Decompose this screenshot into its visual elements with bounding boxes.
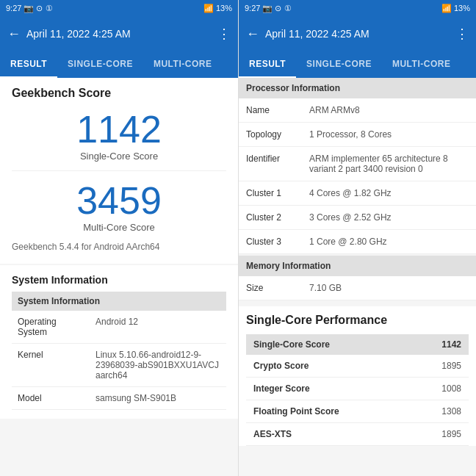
battery-right: 13% [454,4,470,12]
signal-left: 📶 [203,4,214,13]
proc-val: 4 Cores @ 1.82 GHz [305,181,476,205]
score-section: Geekbench Score 1142 Single-Core Score 3… [0,78,238,264]
system-info-title: System Information [12,274,226,286]
processor-rows: Name ARM ARMv8 Topology 1 Processor, 8 C… [239,98,476,254]
header-title-left: April 11, 2022 4:25 AM [26,28,131,40]
processor-info-section: Processor Information Name ARM ARMv8 Top… [239,78,476,254]
proc-val: ARM implementer 65 architecture 8 varian… [305,147,476,181]
system-table-header: System Information [12,292,226,311]
left-info-row: Kernel Linux 5.10.66-android12-9-2396803… [12,344,226,387]
processor-row: Cluster 3 1 Core @ 2.80 GHz [239,230,476,254]
perf-table-header: Single-Core Score 1142 [246,334,469,355]
processor-row: Topology 1 Processor, 8 Cores [239,123,476,147]
time-left: 9:27 [6,4,21,12]
perf-row: Crypto Score 1895 [246,355,469,378]
proc-key: Cluster 2 [239,206,305,229]
perf-header-val: 1142 [441,339,461,350]
geekbench-version: Geekbench 5.4.4 for Android AArch64 [12,242,226,252]
perf-rows: Single-Core Score 1142 Crypto Score 1895… [246,334,469,446]
proc-key: Cluster 1 [239,181,305,205]
tab-single-core-right[interactable]: SINGLE-CORE [296,51,382,78]
mem-key: Size [239,276,305,300]
info-val: Android 12 [93,311,226,343]
right-content: Processor Information Name ARM ARMv8 Top… [239,78,476,476]
proc-val: 3 Cores @ 2.52 GHz [305,206,476,229]
notification-icons-right: 📷 ⊙ ① [262,4,291,13]
perf-row: Integer Score 1008 [246,378,469,400]
perf-row-label: Floating Point Score [253,406,441,416]
score-divider [12,170,226,171]
tab-multi-core-right[interactable]: MULTI-CORE [382,51,461,78]
proc-key: Identifier [239,147,305,181]
more-button-left[interactable]: ⋮ [217,26,231,42]
more-button-right[interactable]: ⋮ [455,26,469,42]
perf-row-val: 1895 [441,361,461,371]
left-content: Geekbench Score 1142 Single-Core Score 3… [0,78,238,476]
tab-single-core-left[interactable]: SINGLE-CORE [57,51,143,78]
mem-val: 7.10 GB [305,276,476,300]
perf-section: Single-Core Performance Single-Core Scor… [239,306,476,446]
info-val: Linux 5.10.66-android12-9-23968039-abS90… [93,344,226,386]
left-info-row: Model samsung SM-S901B [12,387,226,410]
multi-core-label: Multi-Core Score [12,222,226,233]
time-right: 9:27 [245,4,260,12]
processor-row: Cluster 2 3 Cores @ 2.52 GHz [239,206,476,230]
right-panel: 9:27 📷 ⊙ ① 📶 13% ← April 11, 2022 4:25 A… [238,0,476,476]
info-key: Model [12,387,93,409]
system-info-rows: Operating System Android 12 Kernel Linux… [12,311,226,410]
info-key: Kernel [12,344,93,386]
geekbench-title: Geekbench Score [12,87,226,100]
info-key: Operating System [12,311,93,343]
status-icons-right: 📶 13% [441,4,470,13]
perf-row-label: Crypto Score [253,361,441,371]
battery-left: 13% [216,4,232,12]
memory-row: Size 7.10 GB [239,276,476,300]
back-button-right[interactable]: ← [246,26,259,42]
notification-icons-left: 📷 ⊙ ① [24,4,52,13]
processor-info-header: Processor Information [239,78,476,98]
memory-info-section: Memory Information Size 7.10 GB [239,256,476,300]
processor-row: Name ARM ARMv8 [239,98,476,123]
status-time-left: 9:27 📷 ⊙ ① [6,4,53,13]
proc-val: 1 Processor, 8 Cores [305,123,476,146]
status-time-right: 9:27 📷 ⊙ ① [245,4,292,13]
perf-row: AES-XTS 1895 [246,423,469,446]
perf-row-label: AES-XTS [253,429,441,439]
back-button-left[interactable]: ← [7,26,21,42]
tab-bar-left: RESULT SINGLE-CORE MULTI-CORE [0,51,238,78]
status-icons-left: 📶 13% [203,4,232,13]
app-header-right: ← April 11, 2022 4:25 AM ⋮ [239,16,476,51]
perf-header-label: Single-Core Score [253,339,441,350]
signal-right: 📶 [441,4,452,13]
single-core-score: 1142 [12,109,226,151]
proc-val: 1 Core @ 2.80 GHz [305,230,476,253]
multi-core-score: 3459 [12,180,226,222]
header-title-right: April 11, 2022 4:25 AM [265,28,369,40]
left-info-row: Operating System Android 12 [12,311,226,344]
processor-row: Cluster 1 4 Cores @ 1.82 GHz [239,181,476,206]
processor-row: Identifier ARM implementer 65 architectu… [239,147,476,181]
left-panel: 9:27 📷 ⊙ ① 📶 13% ← April 11, 2022 4:25 A… [0,0,238,476]
proc-key: Name [239,98,305,122]
perf-row-label: Integer Score [253,383,441,394]
perf-row-val: 1895 [441,429,461,439]
single-core-label: Single-Core Score [12,151,226,162]
status-bar-left: 9:27 📷 ⊙ ① 📶 13% [0,0,238,16]
memory-info-header: Memory Information [239,256,476,276]
app-header-left: ← April 11, 2022 4:25 AM ⋮ [0,16,238,51]
system-info-section: System Information System Information Op… [0,265,238,419]
perf-row-val: 1008 [441,383,461,394]
tab-result-right[interactable]: RESULT [239,51,296,78]
perf-row: Floating Point Score 1308 [246,400,469,423]
status-bar-right: 9:27 📷 ⊙ ① 📶 13% [239,0,476,16]
perf-row-val: 1308 [441,406,461,416]
proc-key: Topology [239,123,305,146]
tab-bar-right: RESULT SINGLE-CORE MULTI-CORE [239,51,476,78]
perf-title: Single-Core Performance [246,314,469,327]
proc-val: ARM ARMv8 [305,98,476,122]
tab-result-left[interactable]: RESULT [0,51,57,78]
proc-key: Cluster 3 [239,230,305,253]
tab-multi-core-left[interactable]: MULTI-CORE [143,51,222,78]
info-val: samsung SM-S901B [93,387,226,409]
header-right-group: ← April 11, 2022 4:25 AM [246,26,369,42]
